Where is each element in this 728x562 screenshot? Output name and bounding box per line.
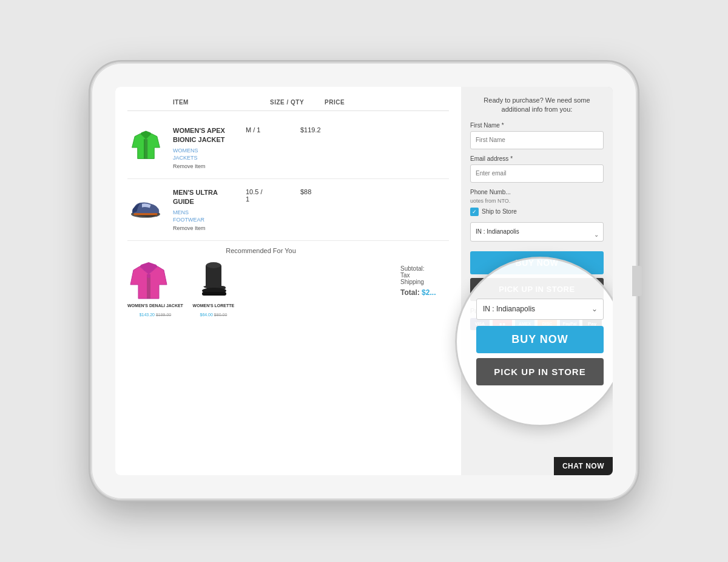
svg-rect-5 xyxy=(133,213,157,215)
ship-to-store-label: Ship to Store xyxy=(482,208,517,215)
state-select-wrapper: IN : Indianapolis IL : Chicago OH : Colu… xyxy=(470,222,604,246)
item-2-price: $88 xyxy=(300,188,311,195)
table-row: WOMEN'S APEX BIONIC JACKET WOMENSJACKETS… xyxy=(127,117,449,179)
email-input[interactable] xyxy=(470,164,604,183)
ship-to-store-checkbox[interactable]: ✓ xyxy=(470,208,479,216)
item-2-name: MEN'S ULTRA GUIDE xyxy=(173,188,234,207)
tablet-screen: ITEM SIZE / QTY PRICE WOMEN'S APEX BIONI… xyxy=(115,87,613,475)
item-2-details: MEN'S ULTRA GUIDE MENSFOOTWEAR Remove It… xyxy=(173,188,234,231)
rec-boot-sale-price: $64.00 xyxy=(200,313,214,317)
total-amount: $2... xyxy=(422,288,436,297)
ship-to-store-row: ✓ Ship to Store xyxy=(470,208,604,216)
subtotal-line: Subtotal: xyxy=(400,265,449,272)
magnify-pickup-button[interactable]: PICK UP IN STORE xyxy=(476,358,604,385)
item-1-size: M / 1 xyxy=(246,126,300,134)
first-name-label: First Name * xyxy=(470,122,604,129)
item-2-category: MENSFOOTWEAR xyxy=(173,209,234,224)
checkmark-icon: ✓ xyxy=(472,209,477,215)
email-label: Email address * xyxy=(470,155,604,162)
svg-point-12 xyxy=(206,262,221,268)
svg-rect-13 xyxy=(202,292,226,296)
state-select[interactable]: IN : Indianapolis IL : Chicago OH : Colu… xyxy=(470,222,604,242)
item-1-category: WOMENSJACKETS xyxy=(173,147,234,162)
recommended-title: Recommended For You xyxy=(127,247,394,254)
tax-line: Tax xyxy=(400,272,449,279)
item-1-remove[interactable]: Remove Item xyxy=(173,163,234,169)
sms-notice: uotes from NTO. xyxy=(470,198,604,204)
cart-panel: ITEM SIZE / QTY PRICE WOMEN'S APEX BIONI… xyxy=(115,87,461,475)
shoe-image xyxy=(127,188,164,225)
shipping-line: Shipping xyxy=(400,279,449,285)
total-line: Total: $2... xyxy=(400,288,449,297)
recommended-items: WOMEN'S DENALI JACKET $143.20 $199.00 xyxy=(127,259,394,319)
recommended-section: Recommended For You xyxy=(127,247,449,319)
item-1-name: WOMEN'S APEX BIONIC JACKET xyxy=(173,126,234,145)
tablet-power-button xyxy=(632,266,642,296)
cart-header: ITEM SIZE / QTY PRICE xyxy=(127,99,449,111)
magnify-state-select[interactable]: IN : Indianapolis IL : Chicago xyxy=(476,299,604,320)
rec-boot-image xyxy=(192,259,235,302)
table-row: MEN'S ULTRA GUIDE MENSFOOTWEAR Remove It… xyxy=(127,179,449,241)
rec-jacket-sale-price: $143.20 xyxy=(140,313,156,317)
col-header-size: SIZE / QTY xyxy=(270,99,325,106)
list-item: WOMEN'S DENALI JACKET $143.20 $199.00 xyxy=(127,259,183,319)
rec-boot-name: WOMEN'S LORETTE xyxy=(192,303,235,308)
rec-jacket-image xyxy=(127,259,170,302)
first-name-input[interactable] xyxy=(470,131,604,149)
rec-jacket-name: WOMEN'S DENALI JACKET xyxy=(127,303,183,308)
chat-now-button[interactable]: CHAT NOW xyxy=(554,457,613,475)
rec-jacket-orig-price: $199.00 xyxy=(156,313,171,317)
col-header-price: PRICE xyxy=(325,99,345,106)
jacket-image xyxy=(127,126,164,163)
tablet-frame: ITEM SIZE / QTY PRICE WOMEN'S APEX BIONI… xyxy=(91,63,637,499)
checkout-title: Ready to purchase? We need some addition… xyxy=(470,96,604,115)
col-header-item: ITEM xyxy=(173,99,270,106)
item-1-price: $119.2 xyxy=(300,126,321,134)
magnify-state-wrapper: IN : Indianapolis IL : Chicago ⌄ xyxy=(476,299,604,320)
item-2-remove[interactable]: Remove Item xyxy=(173,225,234,231)
svg-rect-2 xyxy=(144,139,147,158)
item-2-size: 10.5 /1 xyxy=(246,188,300,203)
item-1-details: WOMEN'S APEX BIONIC JACKET WOMENSJACKETS… xyxy=(173,126,234,169)
list-item: WOMEN'S LORETTE $64.00 $80.00 xyxy=(192,259,235,319)
phone-label: Phone Numb... xyxy=(470,189,604,195)
magnify-buy-now-button[interactable]: BUY NOW xyxy=(476,326,604,353)
rec-boot-orig-price: $80.00 xyxy=(214,313,227,317)
svg-point-9 xyxy=(147,274,150,278)
